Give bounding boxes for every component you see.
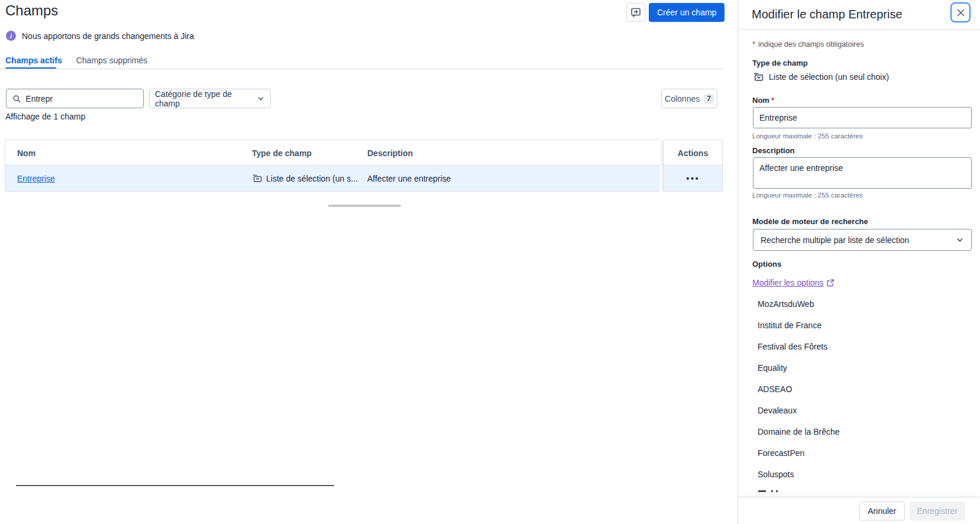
more-actions-button[interactable]: ••• <box>686 176 700 182</box>
tab-label: Champs supprimés <box>76 56 148 65</box>
fields-page: Champs Créer un champ i Nous apportons d… <box>0 0 738 524</box>
panel-header: Modifier le champ Entreprise <box>738 0 980 30</box>
table-row: Entreprise Liste de sélection (un s... A… <box>5 166 659 191</box>
option-item: Soluspots <box>758 464 965 485</box>
name-label-text: Nom <box>752 96 769 105</box>
option-item: Equality <box>758 357 965 379</box>
banner-text: Nous apportons de grands changements à J… <box>22 31 194 41</box>
actions-column: Actions ••• <box>663 140 723 192</box>
options-label: Options <box>752 260 781 269</box>
field-description-value: Affecter une entreprise <box>367 174 451 183</box>
table-horizontal-scrollbar-thumb[interactable] <box>328 205 401 207</box>
panel-footer: Annuler Enregistrer <box>738 497 980 524</box>
search-field[interactable] <box>6 89 144 108</box>
field-type-label: Type de champ <box>752 59 808 67</box>
option-item: ForecastPen <box>758 442 965 464</box>
close-panel-button[interactable] <box>950 2 971 22</box>
result-summary: Affichage de 1 champ <box>5 112 85 121</box>
tabs-divider <box>0 69 723 69</box>
required-note-text: indique des champs obligatoires <box>758 40 864 48</box>
column-header-nom: Nom <box>17 140 35 166</box>
option-item: Domaine de la Brêche <box>758 421 965 442</box>
jira-fields-admin: Champs Créer un champ i Nous apportons d… <box>0 0 980 524</box>
edit-options-link-text: Modifier les options <box>752 278 824 287</box>
info-icon: i <box>6 31 16 41</box>
create-field-button[interactable]: Créer un champ <box>649 3 725 22</box>
column-header-type: Type de champ <box>252 140 312 166</box>
required-asterisk: * <box>771 96 774 105</box>
announcement-banner: i Nous apportons de grands changements à… <box>6 31 194 41</box>
name-label: Nom* <box>752 96 777 105</box>
search-icon <box>12 94 21 103</box>
option-item: Institut de France <box>758 315 965 336</box>
feedback-button[interactable] <box>626 3 645 22</box>
page-horizontal-scrollbar[interactable] <box>16 485 334 486</box>
page-title: Champs <box>5 2 58 19</box>
column-header-description: Description <box>367 140 413 166</box>
save-button[interactable]: Enregistrer <box>910 502 965 520</box>
search-template-label: Modèle de moteur de recherche <box>752 217 868 226</box>
options-list: MozArtsduWeb Institut de France Festival… <box>758 293 965 485</box>
dropdown-label: Catégorie de type de champ <box>155 89 257 108</box>
option-item: Devaleaux <box>758 400 965 421</box>
required-asterisk: * <box>752 40 755 48</box>
required-fields-note: *indique des champs obligatoires <box>752 40 864 48</box>
option-item: MozArtsduWeb <box>758 293 965 315</box>
column-header-actions: Actions <box>664 140 722 166</box>
field-type-value: Liste de sélection (un s... <box>266 174 358 183</box>
external-link-icon <box>826 279 835 287</box>
panel-body: *indique des champs obligatoires Type de… <box>738 30 980 497</box>
search-template-value: Recherche multiple par liste de sélectio… <box>761 235 909 245</box>
option-item: Festival des Fôrets <box>758 336 965 357</box>
fields-table: Nom Type de champ Description Entreprise… <box>5 140 659 192</box>
field-type-category-dropdown[interactable]: Catégorie de type de champ <box>149 89 271 108</box>
option-item: ADSEAO <box>758 379 965 400</box>
select-field-icon <box>252 174 262 183</box>
description-helper-text: Longueur maximale : 255 caractères <box>752 192 863 199</box>
panel-title: Modifier le champ Entreprise <box>752 8 903 21</box>
description-textarea[interactable]: Affecter une entreprise <box>753 157 972 189</box>
chevron-down-icon <box>257 95 265 103</box>
columns-count-badge: 7 <box>704 94 714 103</box>
tab-label: Champs actifs <box>5 56 62 65</box>
description-label: Description <box>752 146 795 155</box>
feedback-icon <box>630 7 642 18</box>
search-template-select[interactable]: Recherche multiple par liste de sélectio… <box>753 229 972 251</box>
columns-button[interactable]: Colonnes 7 <box>661 89 717 108</box>
select-field-icon <box>753 72 764 82</box>
field-type-value: Liste de sélection (un seul choix) <box>769 72 889 82</box>
name-helper-text: Longueur maximale : 255 caractères <box>752 132 863 140</box>
field-type-value-row: Liste de sélection (un seul choix) <box>753 72 889 82</box>
search-input[interactable] <box>25 94 137 103</box>
chevron-down-icon <box>956 236 964 244</box>
field-name-link[interactable]: Entreprise <box>17 174 55 183</box>
edit-field-panel: Modifier le champ Entreprise *indique de… <box>738 0 980 524</box>
header-actions: Créer un champ <box>626 3 725 22</box>
table-header-row: Nom Type de champ Description <box>5 140 659 166</box>
columns-label: Colonnes <box>665 94 700 103</box>
name-input[interactable] <box>753 107 972 128</box>
edit-options-link[interactable]: Modifier les options <box>752 278 835 287</box>
close-icon <box>956 8 965 17</box>
cancel-button[interactable]: Annuler <box>859 502 904 520</box>
